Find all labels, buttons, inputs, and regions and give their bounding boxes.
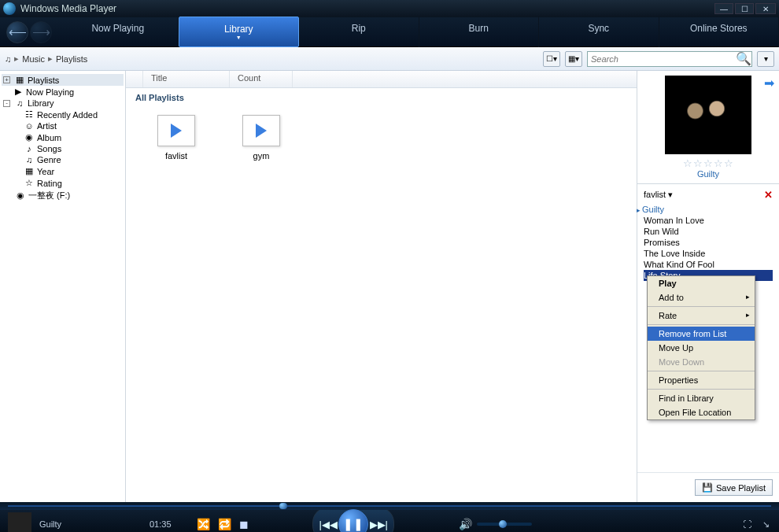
elapsed-time: 01:35	[150, 519, 189, 529]
sidebar-item-album[interactable]: ◉Album	[2, 131, 124, 143]
album-art[interactable]	[665, 76, 751, 154]
seek-thumb[interactable]	[279, 503, 287, 509]
previous-button[interactable]: |◀◀	[316, 514, 340, 532]
chevron-right-icon: ▸	[14, 54, 19, 64]
maximize-button[interactable]: ☐	[735, 3, 754, 14]
column-count[interactable]: Count	[230, 71, 293, 87]
clear-playlist-icon[interactable]: ✕	[764, 189, 773, 201]
stop-button[interactable]: ◼	[239, 518, 249, 530]
save-icon: 💾	[702, 482, 713, 493]
tree-icon: ◉	[24, 132, 35, 142]
save-playlist-button[interactable]: 💾 Save Playlist	[695, 479, 773, 496]
sidebar-item-label: Songs	[37, 144, 61, 153]
sidebar-item-label: Rating	[37, 179, 62, 188]
playlist-gym[interactable]: gym	[242, 115, 280, 161]
sidebar-item-label: Year	[37, 167, 54, 176]
navbar: ⟵ ⟶ Now PlayingLibrary▼RipBurnSyncOnline…	[0, 17, 779, 47]
rating-stars[interactable]: ☆☆☆☆☆	[642, 157, 774, 169]
compact-mode-button[interactable]: ↘	[760, 519, 771, 530]
playlist-icon	[157, 115, 195, 146]
content-area: Title Count All Playlists favlistgym	[126, 71, 637, 502]
track-item[interactable]: Woman In Love	[644, 215, 773, 226]
sidebar-item-songs[interactable]: ♪Songs	[2, 143, 124, 154]
titlebar: Windows Media Player — ☐ ✕	[0, 0, 779, 17]
now-playing-title: Guilty	[39, 519, 142, 529]
search-box: 🔍	[587, 51, 752, 67]
seek-bar[interactable]	[0, 502, 779, 510]
tree-icon: ☺	[24, 121, 35, 131]
playlist-name[interactable]: favlist ▾	[644, 190, 673, 200]
mute-button[interactable]: 🔊	[459, 518, 472, 530]
minimize-button[interactable]: —	[714, 3, 733, 14]
sidebar-item-now-playing[interactable]: ▶Now Playing	[2, 86, 124, 98]
track-item[interactable]: Guilty	[644, 204, 773, 215]
sidebar-item-playlists[interactable]: +▦Playlists	[2, 74, 124, 86]
sidebar-item-artist[interactable]: ☺Artist	[2, 120, 124, 131]
menu-remove-from-list[interactable]: Remove from List	[648, 327, 755, 341]
breadcrumb-part[interactable]: Music	[22, 54, 45, 64]
sidebar-item--f-[interactable]: ◉一整夜 (F:)	[2, 189, 124, 202]
close-button[interactable]: ✕	[755, 3, 776, 14]
volume-thumb[interactable]	[499, 520, 507, 528]
sidebar-item-label: Album	[37, 133, 61, 142]
track-item[interactable]: Run Wild	[644, 226, 773, 237]
tab-rip[interactable]: Rip	[299, 17, 419, 47]
tree-icon: ▶	[13, 87, 24, 97]
expander-icon[interactable]: -	[3, 100, 10, 107]
search-icon[interactable]: 🔍	[736, 51, 751, 66]
tab-library[interactable]: Library▼	[179, 17, 300, 47]
toolbar: ♫ ▸ Music ▸ Playlists ☐▾ ▦▾ 🔍 ▾	[0, 47, 779, 71]
sidebar-item-library[interactable]: -♫Library	[2, 98, 124, 109]
tab-online-stores[interactable]: Online Stores	[659, 17, 780, 47]
fullscreen-button[interactable]: ⛶	[741, 519, 752, 529]
tab-sync[interactable]: Sync	[539, 17, 659, 47]
search-dropdown[interactable]: ▾	[757, 51, 774, 67]
sidebar-item-rating[interactable]: ☆Rating	[2, 177, 124, 189]
save-playlist-label: Save Playlist	[716, 483, 766, 493]
sidebar-item-year[interactable]: ▦Year	[2, 165, 124, 177]
context-menu: PlayAdd toRateRemove from ListMove UpMov…	[647, 275, 755, 420]
playlist-label: favlist	[157, 151, 195, 161]
expand-arrow-icon[interactable]: ➡	[764, 76, 774, 91]
sidebar-item-label: Genre	[37, 155, 61, 164]
shuffle-button[interactable]: 🔀	[197, 518, 210, 530]
sidebar-item-recently-added[interactable]: ☷Recently Added	[2, 109, 124, 120]
tab-burn[interactable]: Burn	[419, 17, 540, 47]
track-item[interactable]: The Love Inside	[644, 248, 773, 259]
tab-now-playing[interactable]: Now Playing	[58, 17, 179, 47]
now-playing-art[interactable]	[8, 512, 31, 532]
layout-button[interactable]: ☐▾	[543, 51, 560, 67]
menu-properties[interactable]: Properties	[648, 373, 755, 387]
menu-play[interactable]: Play	[648, 276, 755, 290]
sidebar-item-genre[interactable]: ♫Genre	[2, 154, 124, 165]
breadcrumb[interactable]: ♫ ▸ Music ▸ Playlists	[5, 54, 87, 64]
menu-move-up[interactable]: Move Up	[648, 341, 755, 355]
tree-icon: ▦	[24, 166, 35, 176]
track-item[interactable]: Promises	[644, 237, 773, 248]
transport-controls: |◀◀ ❚❚ ▶▶|	[312, 507, 394, 532]
menu-open-file-location[interactable]: Open File Location	[648, 405, 755, 419]
playlist-icon	[242, 115, 280, 146]
volume-slider[interactable]	[477, 523, 532, 526]
menu-find-in-library[interactable]: Find in Library	[648, 391, 755, 405]
track-item[interactable]: What Kind Of Fool	[644, 259, 773, 270]
next-button[interactable]: ▶▶|	[367, 514, 390, 532]
menu-rate[interactable]: Rate	[648, 308, 755, 323]
back-button[interactable]: ⟵	[6, 21, 28, 43]
search-input[interactable]	[588, 54, 736, 64]
column-title[interactable]: Title	[143, 71, 230, 87]
menu-add-to[interactable]: Add to	[648, 290, 755, 305]
tree-icon: ▦	[14, 75, 25, 85]
play-pause-button[interactable]: ❚❚	[338, 509, 368, 532]
tree-icon: ♫	[24, 155, 35, 164]
album-title[interactable]: Guilty	[642, 169, 774, 179]
repeat-button[interactable]: 🔁	[218, 518, 231, 530]
expander-icon[interactable]: +	[3, 76, 10, 83]
forward-button[interactable]: ⟶	[30, 21, 52, 43]
playlist-favlist[interactable]: favlist	[157, 115, 195, 161]
sidebar-item-label: Now Playing	[26, 87, 74, 97]
view-options-button[interactable]: ▦▾	[565, 51, 582, 67]
tree-icon: ◉	[15, 190, 26, 201]
breadcrumb-part[interactable]: Playlists	[56, 54, 87, 64]
sidebar-item-label: Recently Added	[37, 110, 98, 120]
